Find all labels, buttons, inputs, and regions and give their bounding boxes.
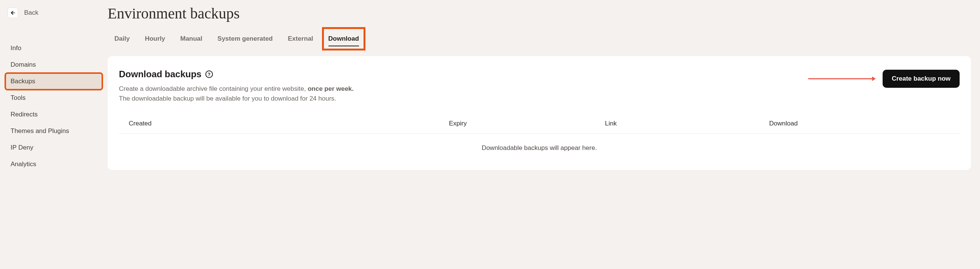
back-label: Back <box>24 9 38 17</box>
sidebar-nav: Info Domains Backups Tools Redirects The… <box>5 40 102 172</box>
column-created: Created <box>129 120 449 127</box>
card-title: Download backups <box>119 69 202 79</box>
column-download: Download <box>769 120 950 127</box>
card-title-row: Download backups ? <box>119 69 354 79</box>
sidebar-item-tools[interactable]: Tools <box>5 90 102 106</box>
card-header-left: Download backups ? Create a downloadable… <box>119 69 354 103</box>
tab-system-generated[interactable]: System generated <box>217 33 273 45</box>
cta-wrap: Create backup now <box>808 69 959 88</box>
sidebar-item-redirects[interactable]: Redirects <box>5 106 102 123</box>
back-row: Back <box>5 7 102 25</box>
back-button[interactable] <box>8 8 18 18</box>
sidebar-item-domains[interactable]: Domains <box>5 57 102 73</box>
card-desc-strong: once per week. <box>308 85 354 92</box>
sidebar: Back Info Domains Backups Tools Redirect… <box>0 0 108 179</box>
card-desc-line2: The downloadable backup will be availabl… <box>119 95 336 102</box>
sidebar-item-analytics[interactable]: Analytics <box>5 156 102 172</box>
tab-external[interactable]: External <box>287 33 314 45</box>
annotation-arrow-icon <box>808 76 876 82</box>
card-header: Download backups ? Create a downloadable… <box>119 69 959 103</box>
tabs: Daily Hourly Manual System generated Ext… <box>108 33 971 45</box>
svg-marker-2 <box>872 76 876 81</box>
tab-hourly[interactable]: Hourly <box>144 33 166 45</box>
sidebar-item-backups[interactable]: Backups <box>5 73 102 90</box>
tab-download[interactable]: Download <box>328 33 360 45</box>
column-link: Link <box>605 120 769 127</box>
arrow-left-icon <box>10 10 16 16</box>
download-backups-card: Download backups ? Create a downloadable… <box>108 56 971 170</box>
card-description: Create a downloadable archive file conta… <box>119 84 354 103</box>
sidebar-item-info[interactable]: Info <box>5 40 102 57</box>
help-icon[interactable]: ? <box>205 70 213 78</box>
sidebar-item-themes-plugins[interactable]: Themes and Plugins <box>5 123 102 139</box>
page-title: Environment backups <box>108 5 971 22</box>
backups-table: Created Expiry Link Download Downloadabl… <box>119 120 959 155</box>
main-content: Environment backups Daily Hourly Manual … <box>108 0 980 179</box>
sidebar-item-ip-deny[interactable]: IP Deny <box>5 139 102 156</box>
table-empty-message: Downloadable backups will appear here. <box>119 134 959 155</box>
tab-manual[interactable]: Manual <box>179 33 203 45</box>
card-desc-prefix: Create a downloadable archive file conta… <box>119 85 308 92</box>
table-header: Created Expiry Link Download <box>119 120 959 134</box>
tab-daily[interactable]: Daily <box>114 33 130 45</box>
column-expiry: Expiry <box>449 120 605 127</box>
create-backup-button[interactable]: Create backup now <box>883 70 959 88</box>
